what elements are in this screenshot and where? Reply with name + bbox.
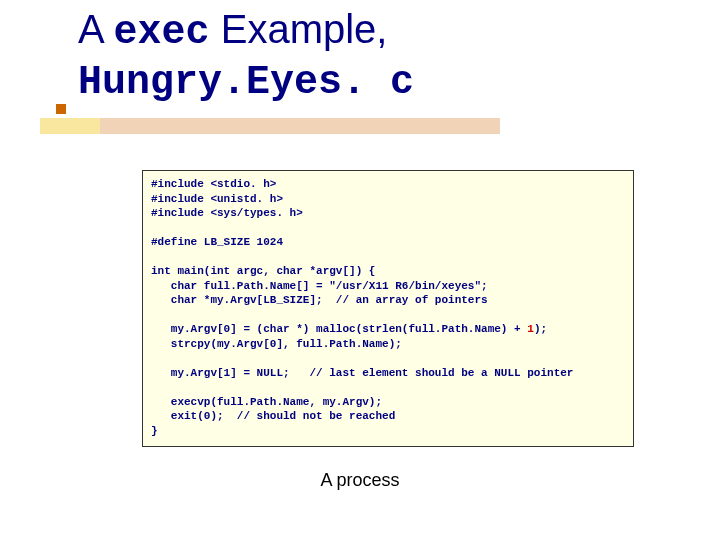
caption: A process [0, 470, 720, 491]
accent-bullet-icon [56, 104, 66, 114]
title-pre: A [78, 7, 114, 51]
accent-bar-left [40, 118, 100, 134]
title-mid: Example, [210, 7, 388, 51]
code-box: #include <stdio. h> #include <unistd. h>… [142, 170, 634, 447]
code-content: #include <stdio. h> #include <unistd. h>… [151, 177, 625, 438]
accent-bar-right [100, 118, 500, 134]
slide-title: A exec Example, Hungry.Eyes. c [78, 6, 678, 106]
slide: A exec Example, Hungry.Eyes. c #include … [0, 0, 720, 540]
title-mono1: exec [114, 10, 210, 55]
title-mono2: Hungry.Eyes. c [78, 60, 414, 105]
